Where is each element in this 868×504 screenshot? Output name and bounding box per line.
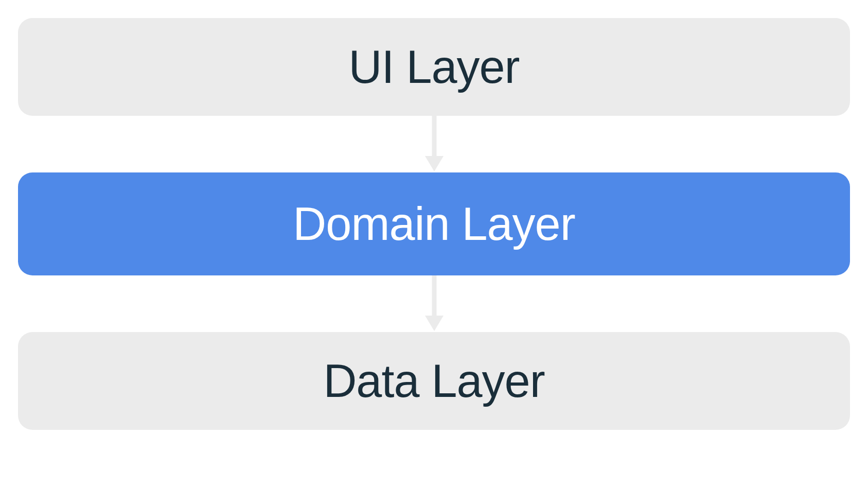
arrow-domain-to-data xyxy=(422,275,447,332)
domain-layer-label: Domain Layer xyxy=(293,198,575,251)
data-layer-label: Data Layer xyxy=(323,355,544,408)
ui-layer-label: UI Layer xyxy=(348,41,519,94)
arrow-down-icon xyxy=(422,116,447,172)
data-layer-box: Data Layer xyxy=(18,332,850,430)
svg-marker-3 xyxy=(425,316,444,331)
svg-marker-1 xyxy=(425,156,444,171)
ui-layer-box: UI Layer xyxy=(18,18,850,116)
arrow-ui-to-domain xyxy=(422,116,447,172)
domain-layer-box: Domain Layer xyxy=(18,172,850,275)
arrow-down-icon xyxy=(422,275,447,332)
